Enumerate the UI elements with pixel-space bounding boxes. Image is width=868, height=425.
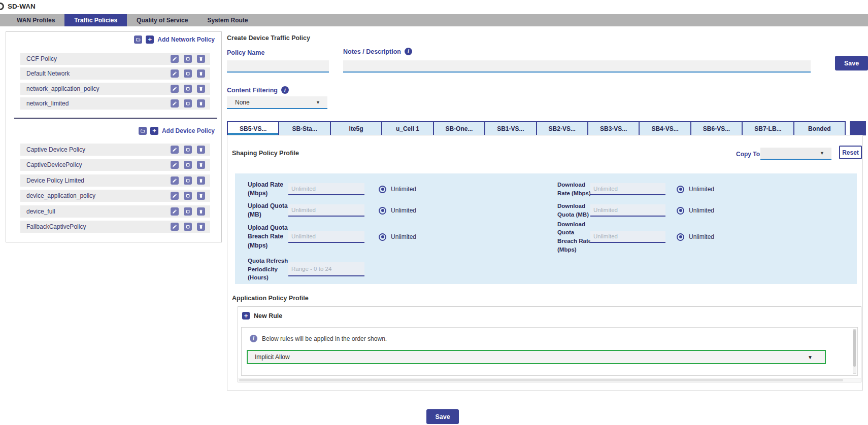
edit-icon[interactable] bbox=[171, 85, 179, 93]
download-quota-label: Download Quota (MB) bbox=[557, 202, 595, 219]
network-policy-name[interactable]: network_application_policy bbox=[26, 85, 171, 92]
delete-icon[interactable] bbox=[197, 99, 205, 108]
edit-icon[interactable] bbox=[171, 192, 179, 200]
interface-tab[interactable]: SB6-VS... bbox=[690, 122, 742, 135]
device-policy-name[interactable]: device_full bbox=[26, 208, 171, 215]
interface-tab[interactable]: SB4-VS... bbox=[639, 122, 690, 135]
device-policy-name[interactable]: device_application_policy bbox=[26, 192, 171, 199]
edit-icon[interactable] bbox=[171, 207, 179, 216]
delete-icon[interactable] bbox=[197, 176, 205, 185]
tabs-scroll-right-button[interactable] bbox=[850, 121, 866, 135]
info-icon: i bbox=[250, 335, 257, 342]
notes-info-icon[interactable]: i bbox=[405, 48, 412, 55]
download-quota-unlimited-radio[interactable] bbox=[677, 207, 684, 215]
rules-list-panel: i Below rules will be applied in the ord… bbox=[241, 327, 858, 376]
copy-to-select[interactable]: ▼ bbox=[760, 148, 831, 160]
rules-info-row: i Below rules will be applied in the ord… bbox=[250, 335, 387, 342]
interface-tab[interactable]: SB2-VS... bbox=[536, 122, 587, 135]
vertical-scrollbar[interactable] bbox=[853, 329, 856, 374]
add-network-policy-button[interactable]: Add Network Policy bbox=[157, 36, 215, 43]
interface-tab[interactable]: SB3-VS... bbox=[587, 122, 639, 135]
tab-traffic-policies[interactable]: Traffic Policies bbox=[64, 14, 127, 26]
interface-tab[interactable]: lte5g bbox=[330, 122, 381, 135]
copy-icon[interactable] bbox=[184, 85, 192, 93]
content-filtering-select[interactable]: None ▼ bbox=[227, 96, 327, 109]
tab-wan-profiles[interactable]: WAN Profiles bbox=[7, 14, 64, 26]
download-rate-row: Download Rate (Mbps) Unlimited bbox=[557, 179, 714, 200]
save-policy-button[interactable]: Save bbox=[835, 56, 868, 70]
network-policy-row: Default Network bbox=[20, 67, 210, 80]
copy-icon[interactable] bbox=[184, 207, 192, 216]
upload-rate-unlimited-radio[interactable] bbox=[379, 186, 386, 193]
network-policy-name[interactable]: CCF Policy bbox=[26, 55, 171, 62]
create-policy-title: Create Device Traffic Policy bbox=[227, 34, 310, 42]
network-policy-name[interactable]: network_limited bbox=[26, 100, 171, 107]
delete-icon[interactable] bbox=[197, 55, 205, 63]
content-filtering-info-icon[interactable]: i bbox=[281, 86, 289, 94]
interface-tab[interactable]: SB5-VS... bbox=[228, 122, 278, 135]
interface-tab[interactable]: SB-Sta... bbox=[278, 122, 329, 135]
add-network-policy-plus-icon[interactable]: + bbox=[146, 36, 154, 44]
save-bottom-button[interactable]: Save bbox=[426, 409, 459, 424]
edit-icon[interactable] bbox=[171, 223, 179, 231]
interface-tab[interactable]: u_Cell 1 bbox=[381, 122, 432, 135]
copy-icon[interactable] bbox=[184, 69, 192, 78]
delete-icon[interactable] bbox=[197, 192, 205, 200]
add-device-policy-plus-icon[interactable]: + bbox=[150, 127, 158, 135]
policy-name-input[interactable] bbox=[227, 60, 329, 73]
edit-icon[interactable] bbox=[171, 55, 179, 63]
delete-icon[interactable] bbox=[197, 207, 205, 216]
edit-icon[interactable] bbox=[171, 69, 179, 78]
interface-tab[interactable]: Bonded bbox=[793, 122, 845, 135]
copy-icon[interactable] bbox=[184, 146, 192, 154]
new-rule-button[interactable]: New Rule bbox=[254, 312, 282, 320]
upload-quota-unlimited-radio[interactable] bbox=[379, 207, 386, 215]
edit-icon[interactable] bbox=[171, 161, 179, 169]
upload-quota-input[interactable] bbox=[288, 204, 364, 217]
delete-icon[interactable] bbox=[197, 223, 205, 231]
device-policy-name[interactable]: FallbackCaptivePolicy bbox=[26, 223, 171, 230]
shaping-fields-panel: Upload Rate (Mbps) Unlimited Upload Quot… bbox=[235, 173, 857, 284]
import-device-policy-icon[interactable] bbox=[139, 127, 147, 135]
network-policy-name[interactable]: Default Network bbox=[26, 70, 171, 77]
tab-system-route[interactable]: System Route bbox=[197, 14, 257, 26]
device-policy-name[interactable]: Device Policy Limited bbox=[26, 177, 171, 184]
network-policy-row: network_application_policy bbox=[20, 83, 210, 95]
copy-icon[interactable] bbox=[184, 176, 192, 185]
copy-icon[interactable] bbox=[184, 223, 192, 231]
add-device-policy-button[interactable]: Add Device Policy bbox=[162, 127, 215, 134]
copy-icon[interactable] bbox=[184, 161, 192, 169]
horizontal-scrollbar[interactable] bbox=[238, 378, 861, 382]
interface-tab[interactable]: SB1-VS... bbox=[484, 122, 536, 135]
notes-input[interactable] bbox=[343, 60, 811, 73]
device-policy-name[interactable]: CaptiveDevicePolicy bbox=[26, 161, 171, 168]
interface-tab[interactable]: SB-One... bbox=[433, 122, 484, 135]
delete-icon[interactable] bbox=[197, 69, 205, 78]
upload-quota-breach-unlimited-radio[interactable] bbox=[379, 233, 386, 241]
delete-icon[interactable] bbox=[197, 85, 205, 93]
new-rule-plus-icon[interactable]: + bbox=[242, 312, 250, 320]
implicit-allow-select[interactable]: Implicit Allow ▼ bbox=[247, 350, 826, 364]
download-rate-input[interactable] bbox=[590, 183, 665, 195]
tab-quality-of-service[interactable]: Quality of Service bbox=[127, 14, 197, 26]
delete-icon[interactable] bbox=[197, 161, 205, 169]
download-quota-input[interactable] bbox=[590, 204, 665, 217]
edit-icon[interactable] bbox=[171, 176, 179, 185]
edit-icon[interactable] bbox=[171, 146, 179, 154]
import-network-policy-icon[interactable] bbox=[134, 36, 142, 44]
upload-rate-input[interactable] bbox=[288, 183, 364, 195]
copy-icon[interactable] bbox=[184, 99, 192, 108]
reset-button[interactable]: Reset bbox=[839, 146, 862, 159]
download-quota-breach-input[interactable] bbox=[590, 231, 665, 243]
download-rate-unlimited-radio[interactable] bbox=[677, 186, 684, 193]
delete-icon[interactable] bbox=[197, 146, 205, 154]
edit-icon[interactable] bbox=[171, 99, 179, 108]
download-quota-breach-unlimited-radio[interactable] bbox=[677, 233, 684, 241]
implicit-allow-value: Implicit Allow bbox=[255, 353, 808, 361]
copy-icon[interactable] bbox=[184, 192, 192, 200]
quota-refresh-input[interactable] bbox=[288, 262, 364, 276]
interface-tab[interactable]: SB7-LB... bbox=[742, 122, 793, 135]
upload-quota-breach-input[interactable] bbox=[288, 231, 364, 243]
copy-icon[interactable] bbox=[184, 55, 192, 63]
device-policy-name[interactable]: Captive Device Policy bbox=[26, 146, 171, 153]
